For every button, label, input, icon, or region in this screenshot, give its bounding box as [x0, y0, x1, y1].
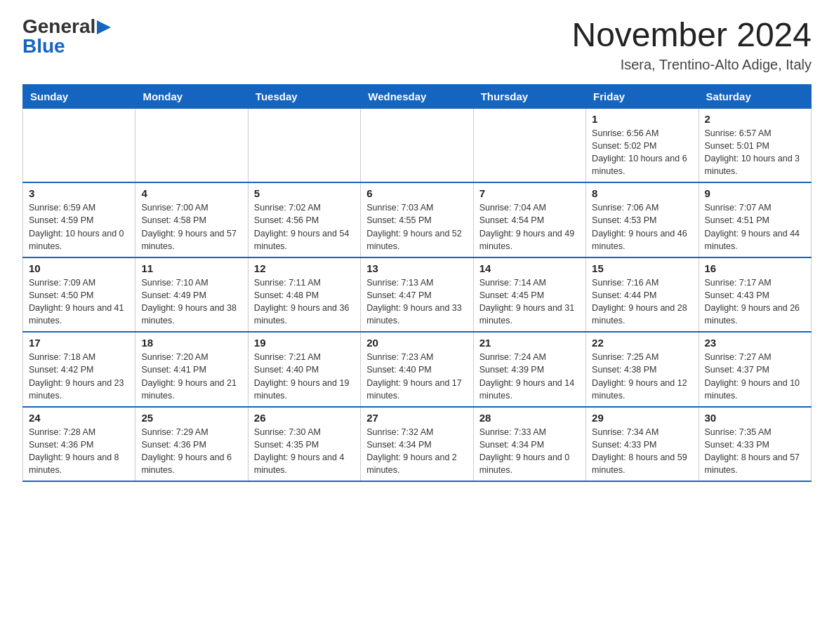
calendar-cell: 24Sunrise: 7:28 AMSunset: 4:36 PMDayligh… [23, 407, 135, 482]
calendar-cell: 22Sunrise: 7:25 AMSunset: 4:38 PMDayligh… [586, 332, 699, 407]
calendar-cell [135, 108, 248, 182]
day-number: 26 [254, 412, 355, 424]
calendar-cell: 20Sunrise: 7:23 AMSunset: 4:40 PMDayligh… [361, 332, 473, 407]
day-info: Sunrise: 7:10 AMSunset: 4:49 PMDaylight:… [141, 276, 241, 328]
day-info: Sunrise: 7:13 AMSunset: 4:47 PMDaylight:… [366, 276, 467, 328]
day-info: Sunrise: 7:21 AMSunset: 4:40 PMDaylight:… [254, 351, 355, 402]
day-number: 12 [254, 262, 355, 274]
day-info: Sunrise: 7:09 AMSunset: 4:50 PMDaylight:… [29, 276, 129, 328]
calendar-cell: 15Sunrise: 7:16 AMSunset: 4:44 PMDayligh… [586, 257, 699, 333]
day-number: 2 [705, 113, 805, 125]
calendar-cell: 8Sunrise: 7:06 AMSunset: 4:53 PMDaylight… [586, 182, 699, 257]
day-number: 3 [29, 187, 129, 199]
day-info: Sunrise: 7:25 AMSunset: 4:38 PMDaylight:… [592, 351, 692, 402]
calendar-cell: 7Sunrise: 7:04 AMSunset: 4:54 PMDaylight… [473, 182, 585, 257]
calendar-cell [248, 108, 360, 182]
title-block: November 2024 Isera, Trentino-Alto Adige… [571, 17, 812, 73]
day-number: 19 [254, 337, 355, 349]
svg-marker-0 [97, 20, 111, 34]
day-info: Sunrise: 6:57 AMSunset: 5:01 PMDaylight:… [705, 127, 805, 178]
day-info: Sunrise: 7:34 AMSunset: 4:33 PMDaylight:… [592, 426, 692, 477]
day-number: 6 [366, 187, 467, 199]
location-subtitle: Isera, Trentino-Alto Adige, Italy [571, 57, 812, 73]
calendar-table: SundayMondayTuesdayWednesdayThursdayFrid… [22, 84, 812, 483]
calendar-cell: 6Sunrise: 7:03 AMSunset: 4:55 PMDaylight… [361, 182, 473, 257]
day-number: 24 [29, 412, 129, 424]
day-number: 15 [592, 262, 692, 274]
calendar-cell: 16Sunrise: 7:17 AMSunset: 4:43 PMDayligh… [699, 257, 811, 333]
calendar-header-friday: Friday [586, 84, 699, 108]
calendar-cell: 27Sunrise: 7:32 AMSunset: 4:34 PMDayligh… [361, 407, 473, 482]
calendar-week-row: 10Sunrise: 7:09 AMSunset: 4:50 PMDayligh… [23, 257, 812, 333]
calendar-header-monday: Monday [135, 84, 248, 108]
day-info: Sunrise: 7:04 AMSunset: 4:54 PMDaylight:… [479, 201, 580, 253]
logo: General Blue [22, 17, 111, 56]
calendar-cell: 11Sunrise: 7:10 AMSunset: 4:49 PMDayligh… [135, 257, 248, 333]
calendar-cell: 12Sunrise: 7:11 AMSunset: 4:48 PMDayligh… [248, 257, 360, 333]
calendar-cell: 4Sunrise: 7:00 AMSunset: 4:58 PMDaylight… [135, 182, 248, 257]
calendar-cell: 28Sunrise: 7:33 AMSunset: 4:34 PMDayligh… [473, 407, 585, 482]
day-info: Sunrise: 7:06 AMSunset: 4:53 PMDaylight:… [592, 201, 692, 253]
calendar-week-row: 17Sunrise: 7:18 AMSunset: 4:42 PMDayligh… [23, 332, 812, 407]
day-info: Sunrise: 7:33 AMSunset: 4:34 PMDaylight:… [479, 426, 580, 477]
day-number: 14 [479, 262, 580, 274]
day-number: 9 [705, 187, 805, 199]
day-info: Sunrise: 6:56 AMSunset: 5:02 PMDaylight:… [592, 127, 692, 178]
calendar-week-row: 3Sunrise: 6:59 AMSunset: 4:59 PMDaylight… [23, 182, 812, 257]
calendar-cell: 19Sunrise: 7:21 AMSunset: 4:40 PMDayligh… [248, 332, 360, 407]
day-info: Sunrise: 7:30 AMSunset: 4:35 PMDaylight:… [254, 426, 355, 477]
logo-blue-text: Blue [22, 36, 65, 56]
day-info: Sunrise: 7:00 AMSunset: 4:58 PMDaylight:… [141, 201, 241, 253]
day-info: Sunrise: 7:20 AMSunset: 4:41 PMDaylight:… [141, 351, 241, 402]
day-number: 20 [366, 337, 467, 349]
day-info: Sunrise: 7:11 AMSunset: 4:48 PMDaylight:… [254, 276, 355, 328]
day-number: 18 [141, 337, 241, 349]
calendar-cell: 29Sunrise: 7:34 AMSunset: 4:33 PMDayligh… [586, 407, 699, 482]
day-info: Sunrise: 7:17 AMSunset: 4:43 PMDaylight:… [705, 276, 805, 328]
day-info: Sunrise: 7:18 AMSunset: 4:42 PMDaylight:… [29, 351, 129, 402]
day-info: Sunrise: 7:16 AMSunset: 4:44 PMDaylight:… [592, 276, 692, 328]
day-number: 23 [705, 337, 805, 349]
calendar-cell [473, 108, 585, 182]
calendar-cell: 26Sunrise: 7:30 AMSunset: 4:35 PMDayligh… [248, 407, 360, 482]
calendar-header-saturday: Saturday [699, 84, 811, 108]
day-number: 13 [366, 262, 467, 274]
day-number: 11 [141, 262, 241, 274]
calendar-cell: 3Sunrise: 6:59 AMSunset: 4:59 PMDaylight… [23, 182, 135, 257]
calendar-header-tuesday: Tuesday [248, 84, 360, 108]
month-title: November 2024 [571, 17, 812, 54]
calendar-header-thursday: Thursday [473, 84, 585, 108]
day-info: Sunrise: 7:14 AMSunset: 4:45 PMDaylight:… [479, 276, 580, 328]
day-number: 10 [29, 262, 129, 274]
day-number: 1 [592, 113, 692, 125]
calendar-cell: 1Sunrise: 6:56 AMSunset: 5:02 PMDaylight… [586, 108, 699, 182]
day-number: 16 [705, 262, 805, 274]
page-header: General Blue November 2024 Isera, Trenti… [22, 17, 812, 73]
day-number: 27 [366, 412, 467, 424]
calendar-cell: 25Sunrise: 7:29 AMSunset: 4:36 PMDayligh… [135, 407, 248, 482]
day-info: Sunrise: 7:28 AMSunset: 4:36 PMDaylight:… [29, 426, 129, 477]
logo-general-text: General [22, 17, 95, 36]
day-number: 22 [592, 337, 692, 349]
calendar-cell: 14Sunrise: 7:14 AMSunset: 4:45 PMDayligh… [473, 257, 585, 333]
day-number: 17 [29, 337, 129, 349]
day-number: 29 [592, 412, 692, 424]
calendar-header-row: SundayMondayTuesdayWednesdayThursdayFrid… [23, 84, 812, 108]
calendar-cell: 21Sunrise: 7:24 AMSunset: 4:39 PMDayligh… [473, 332, 585, 407]
calendar-cell: 17Sunrise: 7:18 AMSunset: 4:42 PMDayligh… [23, 332, 135, 407]
calendar-cell [23, 108, 135, 182]
day-info: Sunrise: 7:23 AMSunset: 4:40 PMDaylight:… [366, 351, 467, 402]
calendar-cell: 18Sunrise: 7:20 AMSunset: 4:41 PMDayligh… [135, 332, 248, 407]
day-info: Sunrise: 7:02 AMSunset: 4:56 PMDaylight:… [254, 201, 355, 253]
calendar-header-wednesday: Wednesday [361, 84, 473, 108]
calendar-cell [361, 108, 473, 182]
calendar-week-row: 1Sunrise: 6:56 AMSunset: 5:02 PMDaylight… [23, 108, 812, 182]
day-number: 25 [141, 412, 241, 424]
calendar-cell: 10Sunrise: 7:09 AMSunset: 4:50 PMDayligh… [23, 257, 135, 333]
calendar-header-sunday: Sunday [23, 84, 135, 108]
day-info: Sunrise: 7:24 AMSunset: 4:39 PMDaylight:… [479, 351, 580, 402]
day-number: 4 [141, 187, 241, 199]
calendar-cell: 13Sunrise: 7:13 AMSunset: 4:47 PMDayligh… [361, 257, 473, 333]
day-info: Sunrise: 6:59 AMSunset: 4:59 PMDaylight:… [29, 201, 129, 253]
calendar-cell: 2Sunrise: 6:57 AMSunset: 5:01 PMDaylight… [699, 108, 811, 182]
